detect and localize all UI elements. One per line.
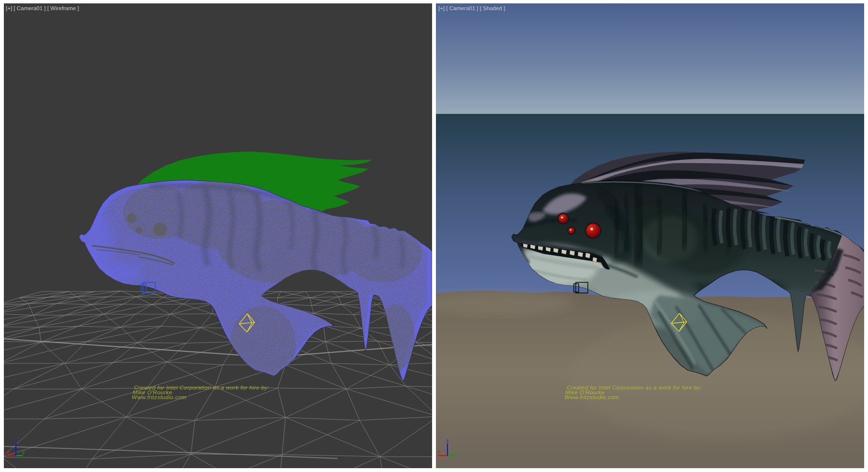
svg-text:z: z [14,438,17,444]
svg-text:y: y [22,449,25,455]
svg-text:[+] [ Camera01 ] [ Wireframe ]: [+] [ Camera01 ] [ Wireframe ] [6,5,79,11]
svg-text:z: z [446,438,449,444]
svg-text:x: x [438,449,441,455]
svg-text:Www.fritzstudio.com: Www.fritzstudio.com [564,394,619,401]
svg-text:[+] [ Camera01 ] [ Shaded ]: [+] [ Camera01 ] [ Shaded ] [438,5,505,11]
svg-text:x: x [7,449,10,455]
svg-text:Www.fritzstudio.com: Www.fritzstudio.com [132,394,187,401]
svg-text:y: y [454,449,457,455]
